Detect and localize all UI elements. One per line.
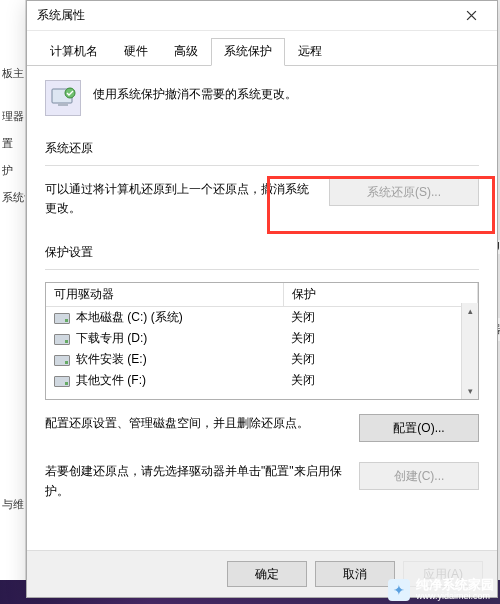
drive-status: 关闭 — [283, 370, 477, 391]
drive-name: 其他文件 (F:) — [76, 373, 146, 387]
bg-item: 理器 — [0, 103, 25, 130]
restore-heading: 系统还原 — [45, 140, 479, 157]
bg-item: 板主 — [0, 60, 25, 87]
scroll-down-icon[interactable]: ▾ — [462, 383, 478, 399]
watermark: ✦ 纯净系统家园 www.yidaimei.com — [388, 578, 494, 602]
drive-row[interactable]: 其他文件 (F:) 关闭 — [46, 370, 478, 391]
tab-content: 使用系统保护撤消不需要的系统更改。 系统还原 可以通过将计算机还原到上一个还原点… — [27, 66, 497, 550]
drive-row[interactable]: 本地磁盘 (C:) (系统) 关闭 — [46, 307, 478, 329]
drive-status: 关闭 — [283, 328, 477, 349]
titlebar: 系统属性 — [27, 1, 497, 31]
watermark-brand: 纯净系统家园 — [416, 578, 494, 592]
tab-advanced[interactable]: 高级 — [161, 38, 211, 66]
background-panel: 板主 理器 置 护 系统设 与维 — [0, 0, 26, 604]
drive-status: 关闭 — [283, 307, 477, 329]
tab-bar: 计算机名 硬件 高级 系统保护 远程 — [27, 31, 497, 66]
tab-system-protection[interactable]: 系统保护 — [211, 38, 285, 66]
ok-button[interactable]: 确定 — [227, 561, 307, 587]
col-status[interactable]: 保护 — [283, 283, 477, 307]
drive-icon — [54, 376, 70, 387]
cancel-button[interactable]: 取消 — [315, 561, 395, 587]
close-icon — [466, 10, 477, 21]
configure-button[interactable]: 配置(O)... — [359, 414, 479, 442]
bg-item: 置 — [0, 130, 25, 157]
svg-point-2 — [65, 88, 75, 98]
drive-icon — [54, 334, 70, 345]
drive-icon — [54, 313, 70, 324]
drive-icon — [54, 355, 70, 366]
bg-item: 护 — [0, 157, 25, 184]
bg-item: 与维 — [0, 491, 25, 518]
drive-name: 软件安装 (E:) — [76, 352, 147, 366]
create-description: 若要创建还原点，请先选择驱动器并单击"配置"来启用保护。 — [45, 462, 347, 500]
drive-row[interactable]: 下载专用 (D:) 关闭 — [46, 328, 478, 349]
bg-item: 系统设 — [0, 184, 25, 211]
watermark-url: www.yidaimei.com — [416, 592, 494, 602]
drive-status: 关闭 — [283, 349, 477, 370]
close-button[interactable] — [451, 4, 491, 28]
restore-description: 可以通过将计算机还原到上一个还原点，撤消系统更改。 — [45, 178, 317, 218]
dialog-title: 系统属性 — [37, 7, 451, 24]
system-protection-icon — [45, 80, 81, 116]
drive-row[interactable]: 软件安装 (E:) 关闭 — [46, 349, 478, 370]
drive-name: 本地磁盘 (C:) (系统) — [76, 310, 183, 324]
configure-description: 配置还原设置、管理磁盘空间，并且删除还原点。 — [45, 414, 347, 433]
drive-list[interactable]: 可用驱动器 保护 本地磁盘 (C:) (系统) 关闭 下载专用 (D:) 关闭 … — [45, 282, 479, 400]
create-button[interactable]: 创建(C)... — [359, 462, 479, 490]
protection-heading: 保护设置 — [45, 244, 479, 261]
tab-computer-name[interactable]: 计算机名 — [37, 38, 111, 66]
watermark-logo-icon: ✦ — [388, 579, 410, 601]
tab-hardware[interactable]: 硬件 — [111, 38, 161, 66]
scroll-up-icon[interactable]: ▴ — [462, 303, 478, 319]
svg-rect-1 — [58, 103, 68, 106]
system-properties-dialog: 系统属性 计算机名 硬件 高级 系统保护 远程 使用系统保护撤消不需要的系统更改… — [26, 0, 498, 598]
drive-name: 下载专用 (D:) — [76, 331, 147, 345]
intro-text: 使用系统保护撤消不需要的系统更改。 — [93, 80, 297, 103]
col-drive[interactable]: 可用驱动器 — [46, 283, 283, 307]
system-restore-button[interactable]: 系统还原(S)... — [329, 178, 479, 206]
scrollbar[interactable]: ▴ ▾ — [461, 303, 478, 399]
tab-remote[interactable]: 远程 — [285, 38, 335, 66]
intro-row: 使用系统保护撤消不需要的系统更改。 — [45, 80, 479, 116]
